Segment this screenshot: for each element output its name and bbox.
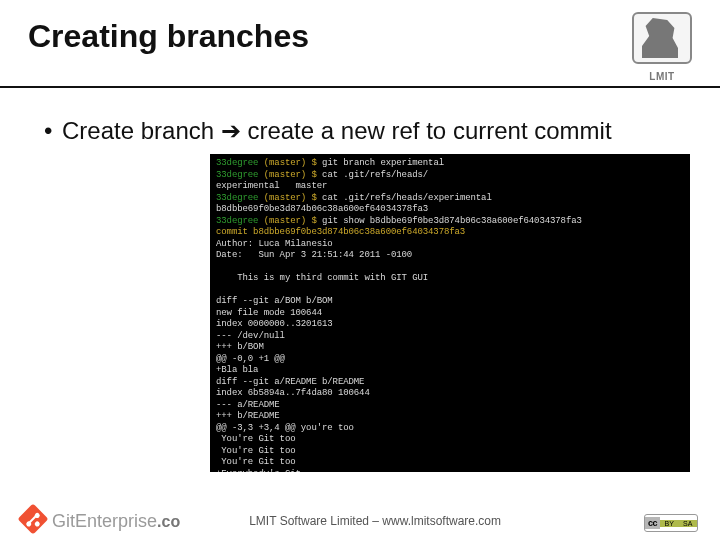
cc-license-badge: cc BY SA: [644, 514, 698, 532]
git-icon: [17, 503, 48, 534]
footer: GitEnterprise.co LMIT Software Limited –…: [0, 508, 720, 532]
bullet-text-1: Create branch: [62, 117, 221, 144]
terminal-output: 33degree (master) $ git branch experimen…: [210, 154, 690, 472]
lmit-logo: LMIT: [632, 12, 692, 80]
page-title: Creating branches: [28, 18, 309, 55]
bullet-item: •Create branch ➔ create a new ref to cur…: [0, 88, 720, 154]
bullet-marker: •: [44, 116, 62, 146]
git-enterprise-text: GitEnterprise.co: [52, 511, 180, 532]
lmit-logo-text: LMIT: [632, 71, 692, 82]
git-enterprise-logo: GitEnterprise.co: [22, 508, 180, 532]
footer-center-text: LMIT Software Limited – www.lmitsoftware…: [249, 514, 501, 528]
title-bar: Creating branches LMIT: [0, 0, 720, 88]
bullet-text-2: create a new ref to current commit: [241, 117, 612, 144]
arrow-icon: ➔: [221, 117, 241, 144]
